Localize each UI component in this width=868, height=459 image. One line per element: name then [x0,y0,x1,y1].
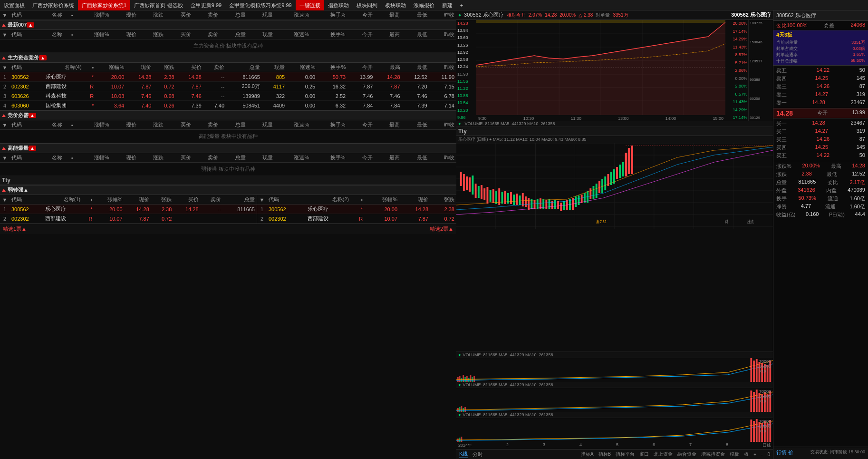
col-code: 代码 [10,63,44,72]
table-row[interactable]: 1 300562 乐心医疗 * 20.00 14.28 2.38 [257,205,456,214]
row-open: 7.87 [347,82,375,91]
table-row[interactable]: 4 603060 国检集团 * 3.64 7.40 0.26 7.39 7.40… [0,101,456,110]
btn-zero[interactable]: 0 [767,452,770,457]
section-jingjia[interactable]: 竞价必需 ▲ [0,110,456,120]
nav-system2[interactable]: 广西炒家炒价系统1 [78,0,130,10]
nav-connect[interactable]: 一键连接 [296,0,324,10]
svg-rect-53 [525,196,527,207]
row-change-pct: 3.64 [96,101,126,110]
tab-fusion-capital[interactable]: 融合资金 [677,451,696,458]
nav-settings[interactable]: 设置面板 [0,0,29,10]
tab-increase-capital[interactable]: 增减持资金 [701,451,725,458]
row-total [223,214,257,224]
row-num: 1 [0,205,10,214]
section-gaoneng[interactable]: 高能爆量 ▲ [0,143,456,153]
col-name: 名称 [37,120,64,130]
table-row[interactable]: 1 300562 乐心医疗 * 20.00 14.28 2.38 14.28 -… [0,72,456,82]
tab-north-capital[interactable]: 北上资金 [654,451,673,458]
row-change: 2.38 [430,205,456,214]
top-navigation: 设置面板 广西炒家炒价系统 广西炒家炒价系统1 广西炒家首页-键选股 金甲更新9… [0,0,868,10]
month-label: 3 [543,442,545,449]
nav-price-quote[interactable]: 涨幅报价 [410,0,438,10]
daily-chart-area[interactable]: 渐 7.52 财 涨跌 [456,143,773,352]
section-zhulizijin[interactable]: 主力资金竞价 ▲ [0,53,456,63]
tab-window[interactable]: 窗口 [639,451,649,458]
col-current: 现量 [248,30,275,39]
tab-zhibiao-a[interactable]: 指标A [581,451,594,458]
mini-vol-chart2[interactable]: 7000035000X10 [456,388,773,411]
nav-update[interactable]: 金甲更新9.99 [187,0,225,10]
col-turnover: 换手% [311,120,347,130]
col-dot: • [84,63,96,72]
col-arrow: ▼ [0,63,10,72]
svg-rect-114 [456,388,773,412]
sell2-price: 14.27 [815,91,829,98]
tab-zhibiao-pt[interactable]: 指标平台 [616,451,635,458]
col-high: 最高 [375,153,402,163]
row-change: 0.68 [153,91,176,101]
mini-vol-chart1[interactable]: 7000035000X10 [456,358,773,381]
label2: 最高 [831,163,841,170]
row-total: 508451 [226,101,262,110]
svg-rect-63 [554,200,556,209]
mini-vol-svg2 [456,388,773,412]
section-zuixin007[interactable]: 最新007 ▲ [0,20,456,30]
bd-value2: 0.03倍 [852,46,865,52]
label2: 最低 [827,171,837,178]
col-high: 最高 [375,30,402,39]
btn-plus[interactable]: + [753,452,756,457]
mini-vol-chart3[interactable]: 7000035000X10 [456,418,773,441]
row-name: 乐心医疗 [44,72,84,82]
chart-svg-container[interactable]: 9:30 10:30 11:30 13:00 14:00 15:00 [476,20,725,121]
tab-kline[interactable]: K线 [459,450,468,458]
btn-minus[interactable]: - [761,452,762,457]
table-row[interactable]: 2 002302 西部建设 R 10.07 7.87 0.72 [0,214,257,224]
row-num: 2 [257,214,267,224]
row-current: 805 [262,72,287,82]
bd-label2: 封单占成交 [776,46,798,52]
bottom-right-status[interactable]: 精选2票▲ [427,224,456,234]
buy1-qty: 23467 [850,120,865,127]
svg-rect-49 [513,195,515,205]
nav-index[interactable]: 指数联动 [324,0,353,10]
bottom-left-status[interactable]: 精选1票▲ [0,224,427,234]
svg-rect-47 [507,193,509,204]
col-arrow: ▼ [0,195,10,205]
nav-sector-list[interactable]: 板块同列 [353,0,381,10]
col-high: 最高 [375,120,402,130]
nav-new[interactable]: 新建 [438,0,456,10]
tab-board[interactable]: 板 [744,451,749,458]
row-open: 7.46 [347,91,375,101]
tab-fenshi[interactable]: 分时 [473,451,483,458]
value2: 1.60亿 [850,195,865,202]
nav-system1[interactable]: 广西炒家炒价系统 [29,0,78,10]
svg-rect-43 [495,191,497,204]
table-row[interactable]: 2 002302 西部建设 R 10.07 7.87 0.72 [257,214,456,224]
col-name: 名称(2) [306,195,351,205]
col-arrow: ▼ [0,120,10,130]
row-name: 乐心医疗 [306,205,351,214]
nav-add[interactable]: + [456,0,467,10]
table-row[interactable]: 3 603626 科森科技 R 10.03 7.46 0.68 7.46 -- … [0,91,456,101]
board-count: 4天3板 [776,32,792,38]
price-label: 13.60 [457,35,475,40]
row-price: 14.28 [125,205,151,214]
row-speed: 0.25 [287,82,317,91]
value: 0.160 [806,211,819,218]
table-row[interactable]: 1 300562 乐心医疗 * 20.00 14.28 2.38 14.28 -… [0,205,257,214]
svg-rect-50 [516,194,518,205]
nav-practice[interactable]: 金甲量化模拟练习系统9.99 [225,0,295,10]
section-ruo[interactable]: 弱转强▲ [0,185,456,195]
price-header: 14.28 [545,12,557,18]
tab-zhibiao-b[interactable]: 指标B [598,451,611,458]
x-label: 10:30 [523,116,534,121]
vol-label: 120517 [750,59,772,63]
empty-message: 弱转强 板块中没有品种 [0,163,456,176]
tab-template[interactable]: 模板 [730,451,739,458]
nav-homepage[interactable]: 广西炒家首页-键选股 [130,0,187,10]
col-change-pct: 涨幅% [75,120,111,130]
stat-turnover: 换手 50.73% 流通 1.60亿 [776,195,865,203]
svg-rect-51 [519,195,521,205]
table-row[interactable]: 2 002302 西部建设 R 10.07 7.87 0.72 7.87 -- … [0,82,456,91]
nav-sector-link[interactable]: 板块联动 [381,0,410,10]
